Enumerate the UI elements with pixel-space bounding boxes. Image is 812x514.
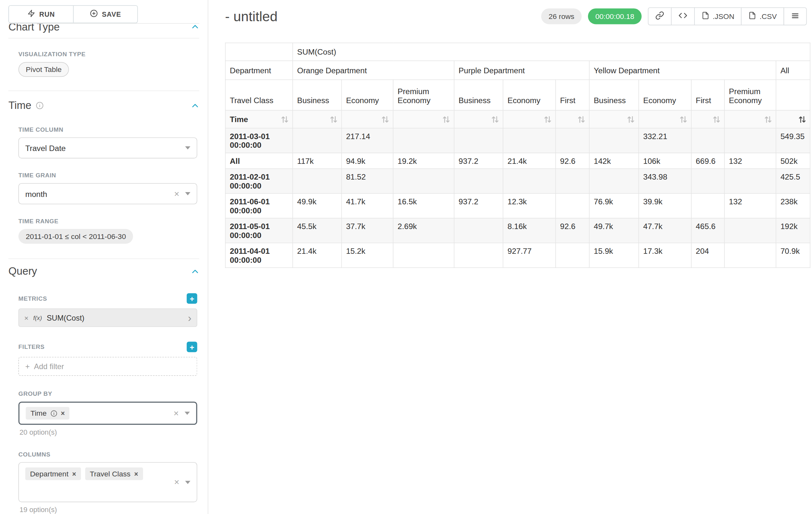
query-section-title: Query bbox=[8, 265, 37, 277]
export-csv-button[interactable]: .CSV bbox=[741, 7, 784, 25]
pivot-cell: 238k bbox=[776, 193, 810, 218]
sort-icon[interactable] bbox=[628, 116, 634, 123]
sort-icon[interactable] bbox=[443, 116, 450, 123]
viz-type-pill[interactable]: Pivot Table bbox=[18, 62, 69, 77]
col-header: Business bbox=[589, 80, 639, 110]
divider bbox=[8, 38, 199, 38]
group-by-label: GROUP BY bbox=[18, 390, 52, 397]
remove-tag-icon[interactable]: × bbox=[61, 410, 64, 417]
export-json-button[interactable]: .JSON bbox=[694, 7, 742, 25]
pivot-cell bbox=[556, 243, 589, 268]
remove-tag-icon[interactable]: × bbox=[72, 470, 76, 477]
pivot-cell bbox=[691, 128, 724, 153]
sort-icon[interactable] bbox=[680, 116, 687, 123]
chart-header: - untitled 26 rows 00:00:00.18 bbox=[225, 0, 812, 25]
remove-tag-icon[interactable]: × bbox=[134, 470, 138, 477]
sort-icon[interactable] bbox=[282, 116, 288, 123]
group-by-select[interactable]: Time × × bbox=[18, 402, 197, 425]
time-grain-select[interactable]: month × bbox=[18, 183, 197, 204]
tag-label: Time bbox=[30, 409, 47, 417]
sort-icon[interactable] bbox=[330, 116, 337, 123]
chevron-up-icon[interactable] bbox=[191, 23, 199, 31]
pivot-cell bbox=[393, 128, 454, 153]
share-link-button[interactable] bbox=[648, 7, 672, 25]
pivot-cell bbox=[503, 169, 556, 193]
pivot-cell: 117k bbox=[293, 153, 342, 169]
add-filter-dropzone[interactable]: + Add filter bbox=[18, 357, 197, 376]
link-icon bbox=[656, 11, 664, 22]
pivot-cell: 37.7k bbox=[342, 218, 393, 243]
sort-cell bbox=[503, 110, 556, 128]
run-button[interactable]: RUN bbox=[9, 6, 73, 23]
pivot-row-label: 2011-03-01 00:00:00 bbox=[225, 128, 293, 153]
pivot-body: 2011-03-01 00:00:00217.14332.21549.35All… bbox=[225, 128, 810, 268]
add-metric-button[interactable]: + bbox=[187, 293, 197, 304]
pivot-cell bbox=[589, 169, 639, 193]
clear-icon[interactable]: × bbox=[174, 478, 179, 487]
col-group-all: All bbox=[776, 61, 810, 80]
remove-metric-icon[interactable]: × bbox=[24, 314, 28, 321]
time-section-header[interactable]: Time bbox=[8, 100, 199, 112]
chevron-right-icon[interactable]: › bbox=[188, 313, 192, 323]
sort-descending-active-icon[interactable] bbox=[799, 116, 806, 123]
pivot-cell: 15.2k bbox=[342, 243, 393, 268]
pivot-cell: 2.69k bbox=[393, 218, 454, 243]
pivot-row: 2011-04-01 00:00:0021.4k15.2k927.7715.9k… bbox=[225, 243, 810, 268]
pivot-cell bbox=[724, 243, 776, 268]
save-button[interactable]: SAVE bbox=[73, 6, 137, 23]
metric-option-sum-cost[interactable]: × f(x) SUM(Cost) › bbox=[18, 308, 197, 327]
sort-icon[interactable] bbox=[544, 116, 551, 123]
pivot-row: 2011-03-01 00:00:00217.14332.21549.35 bbox=[225, 128, 810, 153]
sort-icon[interactable] bbox=[492, 116, 498, 123]
columns-label: COLUMNS bbox=[18, 451, 50, 457]
col-header: First bbox=[556, 80, 589, 110]
sort-icon[interactable] bbox=[382, 116, 389, 123]
view-query-button[interactable] bbox=[671, 7, 695, 25]
chevron-down-icon bbox=[185, 146, 190, 150]
pivot-cell: 132 bbox=[724, 193, 776, 218]
menu-button[interactable] bbox=[784, 7, 807, 25]
pivot-table-container: SUM(Cost) Department Orange Department P… bbox=[225, 43, 812, 268]
plus-icon: + bbox=[190, 295, 194, 303]
time-range-pill[interactable]: 2011-01-01 ≤ col < 2011-06-30 bbox=[18, 229, 133, 244]
pivot-cell bbox=[556, 128, 589, 153]
pivot-cell: 937.2 bbox=[454, 153, 503, 169]
chevron-up-icon[interactable] bbox=[191, 267, 199, 276]
pivot-table: SUM(Cost) Department Orange Department P… bbox=[225, 43, 810, 268]
add-filter-plus-button[interactable]: + bbox=[187, 342, 197, 352]
pivot-cell: 21.4k bbox=[503, 153, 556, 169]
pivot-cell bbox=[393, 243, 454, 268]
tag-label: Department bbox=[30, 470, 68, 478]
time-column-select[interactable]: Travel Date bbox=[18, 137, 197, 159]
sort-cell bbox=[691, 110, 724, 128]
pivot-cell: 94.9k bbox=[342, 153, 393, 169]
chart-title: - untitled bbox=[225, 8, 277, 24]
info-icon bbox=[50, 410, 57, 417]
columns-select[interactable]: Department × Travel Class × × bbox=[18, 462, 197, 503]
pivot-cell: 204 bbox=[691, 243, 724, 268]
run-save-button-group: RUN SAVE bbox=[8, 5, 138, 23]
sort-icon[interactable] bbox=[578, 116, 585, 123]
group-by-options-hint: 20 option(s) bbox=[20, 429, 199, 437]
pivot-cell: 502k bbox=[776, 153, 810, 169]
add-filter-placeholder: Add filter bbox=[34, 362, 64, 371]
col-header: Economy bbox=[639, 80, 691, 110]
sort-icon[interactable] bbox=[765, 116, 772, 123]
pivot-cell: 49.9k bbox=[293, 193, 342, 218]
pivot-row-label: 2011-02-01 00:00:00 bbox=[225, 169, 293, 193]
pivot-cell: 21.4k bbox=[293, 243, 342, 268]
time-range-label: TIME RANGE bbox=[18, 218, 58, 224]
sort-icon[interactable] bbox=[713, 116, 720, 123]
query-section-header[interactable]: Query bbox=[8, 265, 199, 277]
clear-icon[interactable]: × bbox=[174, 189, 179, 198]
pivot-cell bbox=[724, 169, 776, 193]
chevron-up-icon[interactable] bbox=[191, 101, 199, 110]
pivot-cell: 81.52 bbox=[342, 169, 393, 193]
action-bar: RUN SAVE bbox=[8, 0, 199, 24]
group-by-tag-time: Time × bbox=[26, 407, 69, 420]
col-group-orange-department: Orange Department bbox=[293, 61, 454, 80]
pivot-cell bbox=[589, 128, 639, 153]
clear-icon[interactable]: × bbox=[174, 409, 179, 417]
pivot-cell: 8.16k bbox=[503, 218, 556, 243]
pivot-row-label: 2011-05-01 00:00:00 bbox=[225, 218, 293, 243]
